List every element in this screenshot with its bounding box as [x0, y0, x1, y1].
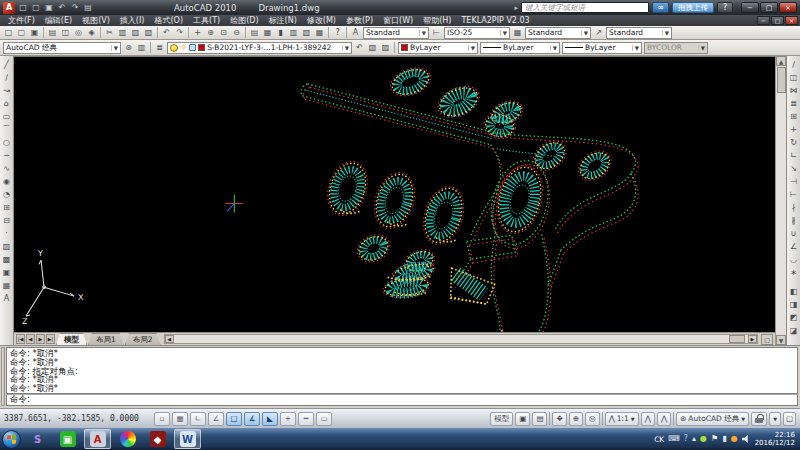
toolbar-plot-preview-button[interactable]: ◫	[59, 27, 72, 39]
tab-model[interactable]: 模型	[56, 333, 87, 345]
language-indicator[interactable]: CK	[654, 435, 664, 444]
modify-break-at-point-button[interactable]: ∤	[787, 201, 800, 214]
toolbar-copy-clip-button[interactable]: ▥	[116, 27, 129, 39]
taskbar-media-player-button[interactable]: ▣	[54, 429, 81, 449]
minimize-button[interactable]: −	[741, 2, 759, 13]
tab-first-button[interactable]: |◀	[16, 334, 25, 344]
taskbar-app-s-button[interactable]: S	[24, 429, 51, 449]
toolbar-properties-button[interactable]: ▤	[248, 27, 261, 39]
tab-layout2[interactable]: 布局2	[125, 333, 161, 345]
doc-restore-button[interactable]: ▢	[771, 16, 784, 25]
quick-view-drawings-button[interactable]: ▤	[532, 412, 547, 426]
draw-region-button[interactable]: ▣	[0, 266, 13, 279]
draw-revcloud-button[interactable]: ∽	[0, 149, 13, 162]
qat-redo-button[interactable]: ↷	[69, 2, 81, 14]
dim-style-select[interactable]: ISO-25▼	[444, 27, 510, 39]
status-toggle-otrack[interactable]: ∡	[244, 412, 260, 426]
command-history[interactable]: 命令: *取消* 命令: *取消* 命令: 指定对角点: 命令: *取消* 命令…	[6, 347, 798, 394]
layer-properties-button[interactable]: ≣	[153, 42, 166, 54]
layer-thaw-sun-icon[interactable]: ☼	[180, 44, 187, 52]
modify-offset-button[interactable]: ≣	[787, 97, 800, 110]
toolbar-cut-button[interactable]: ✂	[103, 27, 116, 39]
draw-polyline-button[interactable]: ↝	[0, 84, 13, 97]
taskbar-app-red-button[interactable]: ◆	[144, 429, 171, 449]
horizontal-scroll-thumb[interactable]	[729, 335, 745, 343]
vertical-scrollbar[interactable]: ▲ ▼	[775, 56, 786, 345]
search-input[interactable]: 键入关键字或短语	[521, 2, 649, 13]
doc-close-button[interactable]: ×	[785, 16, 798, 25]
tray-battery-icon[interactable]: ▮	[722, 435, 726, 443]
clock[interactable]: 22:16 2016/12/12	[755, 431, 795, 447]
layout-browse-button[interactable]: ▢	[761, 334, 773, 345]
modify-mirror-button[interactable]: ⋈	[787, 84, 800, 97]
draw-table-button[interactable]: ▦	[0, 279, 13, 292]
toolbar-undo-button[interactable]: ↶	[160, 27, 173, 39]
linetype-select[interactable]: ByLayer▼	[480, 42, 560, 54]
text-style-icon[interactable]: A	[349, 27, 362, 39]
layer-unlock-icon[interactable]	[189, 44, 196, 51]
autocad-logo-icon[interactable]: A	[3, 2, 15, 14]
order-bring-above-button[interactable]: ◩	[787, 311, 800, 324]
tray-alert-dot-icon[interactable]: ●	[731, 435, 738, 443]
tab-last-button[interactable]: ▶|	[46, 334, 55, 344]
tab-next-button[interactable]: ▶	[36, 334, 45, 344]
modify-array-button[interactable]: ⊞	[787, 110, 800, 123]
table-style-select[interactable]: Standard▼	[525, 27, 591, 39]
toolbar-redo-button[interactable]: ↷	[173, 27, 186, 39]
menu-tekla-plugin[interactable]: TEKLA2PIP V2.03	[456, 16, 534, 25]
menu-draw[interactable]: 绘图(D)	[225, 15, 263, 26]
modify-move-button[interactable]: +	[787, 123, 800, 136]
toolbar-paste-button[interactable]: ▨	[129, 27, 142, 39]
lineweight-select[interactable]: ByLayer▼	[562, 42, 642, 54]
model-space-button[interactable]: 模型	[490, 412, 513, 426]
taskbar-word-button[interactable]: W	[174, 429, 201, 449]
menu-file[interactable]: 文件(F)	[3, 15, 40, 26]
volume-icon[interactable]	[742, 435, 751, 443]
draw-line-button[interactable]: ╱	[0, 58, 13, 71]
draw-arc-button[interactable]: ⌒	[0, 123, 13, 136]
toolbar-zoom-realtime-button[interactable]: ⊕	[204, 27, 217, 39]
menu-parametric[interactable]: 参数(P)	[341, 15, 378, 26]
menu-insert[interactable]: 插入(I)	[115, 15, 150, 26]
draw-multiline-text-button[interactable]: A	[0, 292, 13, 305]
modify-join-button[interactable]: ∪	[787, 227, 800, 240]
status-toggle-snap[interactable]: ▫	[154, 412, 170, 426]
restore-button[interactable]: ▢	[760, 2, 778, 13]
toolbar-tool-palettes-button[interactable]: ▮	[274, 27, 287, 39]
status-toggle-grid[interactable]: ▦	[172, 412, 188, 426]
mleader-style-icon[interactable]: ↗	[592, 27, 605, 39]
status-toggle-polar[interactable]: ∠	[208, 412, 224, 426]
workspace-switch-button[interactable]: ⊛AutoCAD 经典▼	[676, 412, 749, 426]
start-button[interactable]	[2, 430, 21, 449]
tray-keyboard-icon[interactable]: ⌨	[668, 435, 680, 443]
layer-select[interactable]: ☼ S-B2021-LYF-3-...1-LPH-1-389242 ▼	[167, 42, 352, 54]
clean-screen-button[interactable]: ▢	[783, 412, 796, 426]
taskbar-autocad-button[interactable]: A	[84, 429, 111, 449]
menu-help[interactable]: 帮助(H)	[418, 15, 456, 26]
toolbar-new-button[interactable]: □	[2, 27, 15, 39]
status-menu-button[interactable]: ▼	[769, 412, 781, 426]
tray-safety-icon[interactable]: ●	[700, 435, 707, 443]
tray-up-arrow-icon[interactable]: ▴	[692, 435, 696, 443]
annotation-scale-button[interactable]: ⋀1:1▼	[605, 412, 639, 426]
upload-button[interactable]: 拖拽上传	[672, 2, 714, 13]
qat-new-button[interactable]: □	[17, 2, 29, 14]
layer-isolate-button[interactable]: ▧	[366, 42, 379, 54]
draw-ellipse-button[interactable]: ◉	[0, 175, 13, 188]
draw-point-button[interactable]: ·	[0, 227, 13, 240]
tray-action-flag-icon[interactable]: ⚑	[711, 435, 718, 443]
doc-minimize-button[interactable]: ─	[757, 16, 770, 25]
scroll-right-icon[interactable]: ▶	[748, 335, 757, 343]
text-style-select[interactable]: Standard▼	[363, 27, 429, 39]
status-toggle-osnap[interactable]: □	[226, 412, 242, 426]
draw-spline-button[interactable]: ∿	[0, 162, 13, 175]
scroll-left-icon[interactable]: ◀	[165, 335, 174, 343]
menu-tools[interactable]: 工具(T)	[188, 15, 225, 26]
toolbar-plot-button[interactable]: ▤	[46, 27, 59, 39]
qat-open-button[interactable]: ▢	[30, 2, 42, 14]
table-style-icon[interactable]: ▦	[511, 27, 524, 39]
layer-unisolate-button[interactable]: ▨	[379, 42, 392, 54]
draw-construction-line-button[interactable]: ∕	[0, 71, 13, 84]
tray-help-circle-icon[interactable]: ?	[684, 435, 688, 443]
cloud-icon[interactable]: ∞	[652, 2, 669, 13]
